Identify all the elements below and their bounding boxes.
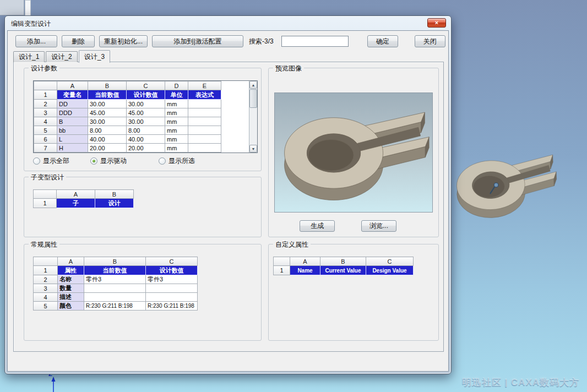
col-header-A[interactable]: A	[290, 257, 320, 266]
scrollbar-thumb[interactable]	[249, 89, 257, 108]
param-unit-cell[interactable]: mm	[165, 126, 188, 135]
param-current-cell[interactable]: 30.00	[88, 100, 127, 108]
row-number[interactable]: 3	[34, 284, 58, 293]
corner-cell[interactable]	[34, 81, 57, 90]
add-to-active-config-button[interactable]: 添加到|激活配置	[152, 35, 243, 47]
prop-design-cell[interactable]: 零件3	[146, 275, 198, 284]
close-dialog-button[interactable]: 关闭	[415, 35, 445, 47]
prop-current-cell[interactable]	[84, 293, 146, 302]
header-name[interactable]: Name	[290, 266, 320, 275]
col-header-B[interactable]: B	[88, 81, 127, 90]
corner-cell[interactable]	[34, 190, 57, 199]
scroll-down-button[interactable]: ▼	[249, 145, 257, 153]
param-expr-cell[interactable]	[188, 108, 221, 117]
corner-cell[interactable]	[34, 257, 58, 266]
param-name-cell[interactable]: L	[57, 135, 88, 144]
header-expression[interactable]: 表达式	[188, 90, 221, 100]
delete-button[interactable]: 删除	[62, 35, 95, 47]
add-button[interactable]: 添加...	[15, 35, 57, 47]
col-header-A[interactable]: A	[57, 81, 88, 90]
param-unit-cell[interactable]: mm	[165, 100, 188, 108]
header-current-value[interactable]: 当前数值	[84, 266, 146, 275]
prop-design-cell[interactable]	[146, 284, 198, 293]
corner-cell[interactable]	[274, 257, 290, 266]
row-number[interactable]: 7	[34, 144, 57, 153]
param-design-cell[interactable]: 45.00	[127, 108, 165, 117]
header-variable-name[interactable]: 变量名	[57, 90, 88, 100]
param-design-cell[interactable]: 30.00	[127, 100, 165, 108]
col-header-A[interactable]: A	[58, 257, 84, 266]
row-number[interactable]: 1	[34, 199, 57, 208]
param-current-cell[interactable]: 30.00	[88, 117, 127, 126]
reinitialize-button[interactable]: 重新初始化...	[99, 35, 148, 47]
row-number[interactable]: 1	[34, 90, 57, 100]
prop-current-cell[interactable]: 零件3	[84, 275, 146, 284]
ok-button[interactable]: 确定	[367, 35, 398, 47]
browse-button[interactable]: 浏览...	[361, 220, 396, 232]
header-design-value[interactable]: Design Value	[366, 266, 414, 275]
param-design-cell[interactable]: 8.00	[127, 126, 165, 135]
param-expr-cell[interactable]	[188, 144, 221, 153]
param-unit-cell[interactable]: mm	[165, 144, 188, 153]
scroll-up-button[interactable]: ▲	[249, 81, 257, 89]
prop-design-cell[interactable]: R:230 G:211 B:198	[146, 302, 198, 311]
prop-current-cell[interactable]	[84, 284, 146, 293]
generate-button[interactable]: 生成	[300, 220, 335, 232]
param-unit-cell[interactable]: mm	[165, 117, 188, 126]
row-number[interactable]: 1	[274, 266, 290, 275]
header-design-value[interactable]: 设计数值	[127, 90, 165, 100]
search-input[interactable]	[281, 36, 349, 47]
param-expr-cell[interactable]	[188, 135, 221, 144]
prop-name-cell[interactable]: 颜色	[58, 302, 84, 311]
param-expr-cell[interactable]	[188, 100, 221, 108]
radio-show-all[interactable]: 显示全部	[33, 156, 69, 166]
row-number[interactable]: 2	[34, 275, 58, 284]
param-expr-cell[interactable]	[188, 126, 221, 135]
prop-name-cell[interactable]: 数量	[58, 284, 84, 293]
prop-name-cell[interactable]: 名称	[58, 275, 84, 284]
tab-design-2[interactable]: 设计_2	[46, 51, 77, 62]
prop-name-cell[interactable]: 描述	[58, 293, 84, 302]
header-current-value[interactable]: 当前数值	[88, 90, 127, 100]
header-property[interactable]: 属性	[58, 266, 84, 275]
row-number[interactable]: 4	[34, 293, 58, 302]
header-unit[interactable]: 单位	[165, 90, 188, 100]
header-design[interactable]: 设计	[95, 199, 134, 208]
col-header-D[interactable]: D	[165, 81, 188, 90]
param-name-cell[interactable]: bb	[57, 126, 88, 135]
col-header-B[interactable]: B	[84, 257, 146, 266]
param-current-cell[interactable]: 45.00	[88, 108, 127, 117]
param-expr-cell[interactable]	[188, 117, 221, 126]
param-current-cell[interactable]: 20.00	[88, 144, 127, 153]
col-header-B[interactable]: B	[320, 257, 366, 266]
tab-design-1[interactable]: 设计_1	[13, 51, 45, 62]
col-header-E[interactable]: E	[188, 81, 221, 90]
param-name-cell[interactable]: DD	[57, 100, 88, 108]
param-current-cell[interactable]: 40.00	[88, 135, 127, 144]
row-number[interactable]: 3	[34, 108, 57, 117]
prop-design-cell[interactable]	[146, 293, 198, 302]
param-design-cell[interactable]: 40.00	[127, 135, 165, 144]
col-header-C[interactable]: C	[146, 257, 198, 266]
param-current-cell[interactable]: 8.00	[88, 126, 127, 135]
radio-show-selected[interactable]: 显示所选	[159, 156, 195, 166]
col-header-C[interactable]: C	[127, 81, 165, 90]
radio-show-driven[interactable]: 显示驱动	[90, 156, 127, 166]
header-sub[interactable]: 子	[57, 199, 95, 208]
col-header-B[interactable]: B	[95, 190, 134, 199]
row-number[interactable]: 6	[34, 135, 57, 144]
param-design-cell[interactable]: 30.00	[127, 117, 165, 126]
row-number[interactable]: 4	[34, 117, 57, 126]
param-unit-cell[interactable]: mm	[165, 108, 188, 117]
close-button[interactable]: ×	[427, 18, 446, 28]
prop-current-cell[interactable]: R:230 G:211 B:198	[84, 302, 146, 311]
param-name-cell[interactable]: DDD	[57, 108, 88, 117]
header-design-value[interactable]: 设计数值	[146, 266, 198, 275]
param-unit-cell[interactable]: mm	[165, 135, 188, 144]
col-header-C[interactable]: C	[366, 257, 414, 266]
row-number[interactable]: 5	[34, 126, 57, 135]
row-number[interactable]: 2	[34, 100, 57, 108]
param-name-cell[interactable]: B	[57, 117, 88, 126]
tab-design-3[interactable]: 设计_3	[79, 50, 110, 63]
row-number[interactable]: 1	[34, 266, 58, 275]
